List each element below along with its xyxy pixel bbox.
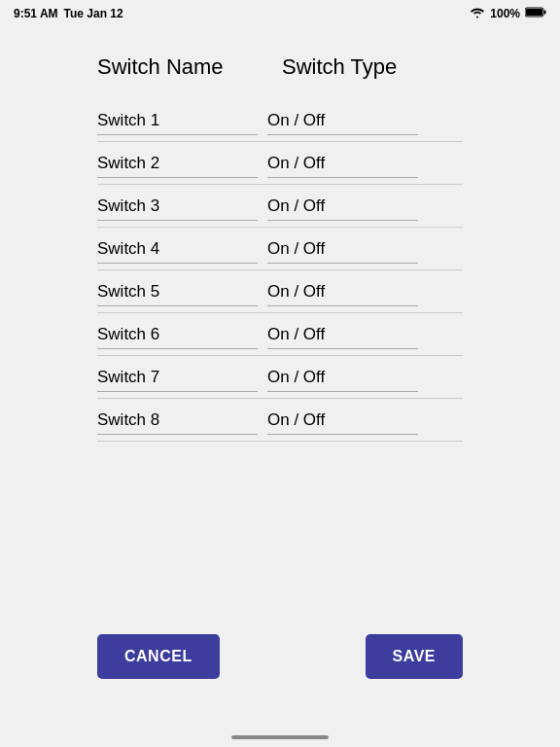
switch-type-header: Switch Type — [282, 54, 397, 80]
svg-rect-2 — [544, 11, 546, 15]
button-row: CANCEL SAVE — [0, 605, 560, 708]
switch-type-input-3[interactable] — [267, 195, 418, 221]
switch-name-input-8[interactable] — [97, 409, 258, 435]
switch-type-input-8[interactable] — [267, 409, 418, 435]
cancel-button[interactable]: CANCEL — [97, 634, 220, 679]
switch-type-input-4[interactable] — [267, 237, 418, 264]
battery-icon — [525, 7, 546, 20]
switch-name-input-4[interactable] — [97, 237, 258, 264]
table-row — [97, 142, 463, 185]
table-row — [97, 313, 463, 356]
switch-name-input-5[interactable] — [97, 280, 258, 306]
status-bar: 9:51 AM Tue Jan 12 100% — [0, 0, 560, 25]
save-button[interactable]: SAVE — [366, 634, 463, 679]
switch-name-input-7[interactable] — [97, 366, 258, 392]
wifi-icon — [470, 7, 485, 21]
switch-type-input-6[interactable] — [267, 323, 418, 349]
column-headers: Switch Name Switch Type — [97, 54, 463, 80]
home-indicator — [231, 735, 329, 739]
switch-name-input-3[interactable] — [97, 195, 258, 221]
switch-type-input-5[interactable] — [267, 280, 418, 306]
table-row — [97, 185, 463, 228]
switch-type-input-2[interactable] — [267, 152, 418, 178]
date-label: Tue Jan 12 — [64, 7, 123, 20]
table-row — [97, 99, 463, 142]
switch-name-header: Switch Name — [97, 54, 272, 80]
table-row — [97, 228, 463, 270]
switch-name-input-6[interactable] — [97, 323, 258, 349]
switch-name-input-1[interactable] — [97, 109, 258, 135]
switch-type-input-1[interactable] — [267, 109, 418, 135]
switch-type-input-7[interactable] — [267, 366, 418, 392]
svg-rect-1 — [526, 9, 542, 16]
main-content: Switch Name Switch Type — [0, 25, 560, 461]
battery-label: 100% — [490, 7, 520, 20]
time-label: 9:51 AM — [14, 7, 58, 20]
switch-name-input-2[interactable] — [97, 152, 258, 178]
switches-container — [97, 99, 463, 442]
table-row — [97, 356, 463, 399]
table-row — [97, 270, 463, 313]
table-row — [97, 399, 463, 442]
